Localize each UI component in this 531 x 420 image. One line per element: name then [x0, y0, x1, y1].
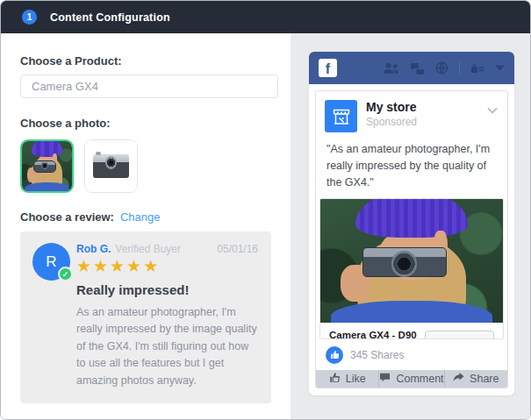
privacy-shortcuts-icon[interactable] [470, 63, 484, 74]
product-input[interactable] [20, 75, 278, 98]
review-title: Really impressed! [76, 282, 258, 297]
store-avatar-icon [325, 100, 357, 132]
shares-row: 345 Shares [316, 339, 507, 370]
ad-product-name: Camera GX4 - D90 [329, 330, 417, 338]
photo-thumb-vintage-camera[interactable] [84, 139, 138, 193]
product-label: Choose a Product: [20, 54, 271, 68]
photo-choices [20, 139, 271, 193]
facebook-post-card: My store Sponsored "As an amateur photog… [315, 90, 508, 388]
star-rating: ★★★★★ [76, 258, 258, 274]
comment-icon [379, 373, 391, 385]
comment-button[interactable]: Comment [378, 370, 443, 388]
app-window: 1 Content Configuration Choose a Product… [0, 0, 531, 420]
share-button[interactable]: Share [444, 370, 507, 388]
selected-review-card: R ✓ Rob G. Verified Buyer 05/01/16 ★★★★★… [20, 231, 271, 403]
facebook-toolbar: f [309, 52, 514, 84]
woman-with-camera-photo [22, 141, 72, 191]
facebook-logo-icon[interactable]: f [319, 59, 337, 77]
buy-now-button[interactable]: Buy Now [425, 331, 494, 339]
photo-thumb-woman-with-camera[interactable] [20, 139, 74, 193]
ad-image [320, 199, 503, 323]
shares-count: 345 Shares [350, 349, 404, 361]
verified-buyer-badge: Verified Buyer [115, 243, 181, 255]
friends-icon[interactable] [383, 62, 399, 75]
reviewer-name: Rob G. [76, 243, 111, 255]
post-message: "As an amateur photographer, I'm really … [316, 139, 507, 198]
review-body: As an amateur photographer, I'm really i… [76, 304, 258, 389]
app-header: 1 Content Configuration [1, 1, 530, 33]
vintage-camera-photo [85, 140, 137, 192]
review-date: 05/01/16 [217, 243, 258, 255]
reviewer-avatar: R ✓ [32, 243, 70, 281]
sponsored-label: Sponsored [366, 116, 417, 128]
comment-button-label: Comment [396, 373, 443, 385]
woman-with-camera-photo [320, 199, 503, 323]
like-button[interactable]: Like [316, 370, 378, 388]
thumbs-up-icon [329, 372, 341, 386]
page-title: Content Configuration [50, 11, 170, 24]
photo-label: Choose a photo: [20, 117, 271, 130]
change-review-link[interactable]: Change [120, 210, 161, 224]
share-button-label: Share [470, 373, 499, 385]
step-number-badge: 1 [22, 10, 37, 25]
like-count-icon [326, 346, 343, 364]
messages-icon[interactable] [410, 62, 425, 75]
toolbar-divider [459, 61, 460, 75]
preview-panel: f [291, 33, 530, 420]
verified-check-icon: ✓ [58, 267, 73, 281]
ad-link-box[interactable]: Camera GX4 - D90 www.mystore.com Buy Now [319, 198, 504, 338]
post-header: My store Sponsored [316, 91, 507, 139]
post-action-bar: Like Comment Share [316, 370, 507, 388]
configuration-panel: Choose a Product: Choose a photo: Cho [1, 33, 291, 420]
store-name[interactable]: My store [366, 100, 417, 114]
facebook-preview: f [309, 52, 514, 395]
like-button-label: Like [346, 373, 366, 385]
globe-icon[interactable] [435, 61, 448, 75]
post-options-chevron-icon[interactable] [487, 100, 498, 132]
caret-down-icon[interactable] [495, 65, 505, 71]
review-label: Choose a review: [20, 210, 114, 224]
share-arrow-icon [453, 372, 464, 385]
